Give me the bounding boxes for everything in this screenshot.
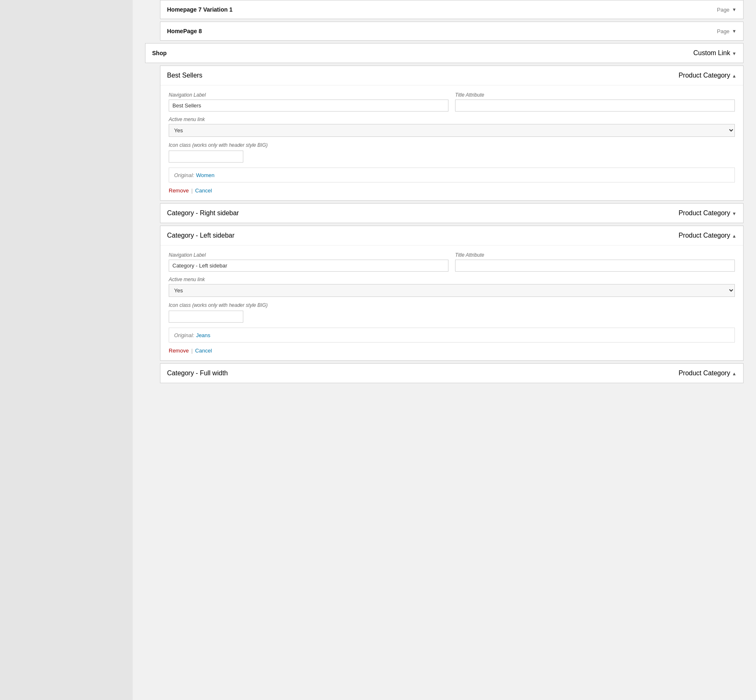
category-left-body: Navigation Label Title Attribute Active … [160, 245, 743, 360]
menu-item-category-right[interactable]: Category - Right sidebar Product Categor… [160, 203, 744, 223]
best-sellers-nav-label-group: Navigation Label [169, 92, 448, 112]
category-left-original-row: Original: Jeans [169, 328, 735, 343]
category-left-form-row1: Navigation Label Title Attribute [169, 252, 735, 272]
best-sellers-nav-label-input[interactable] [169, 100, 448, 112]
menu-item-shop[interactable]: Shop Custom Link ▼ [145, 43, 744, 63]
category-left-chevron[interactable]: ▲ [732, 233, 737, 238]
shop-title: Shop [152, 50, 167, 56]
category-left-title: Category - Left sidebar [167, 232, 235, 239]
category-left-separator: | [191, 348, 192, 354]
category-left-action-links: Remove | Cancel [169, 348, 735, 354]
best-sellers-active-menu-group: Active menu link Yes No [169, 117, 735, 137]
homepage8-chevron[interactable]: ▼ [732, 29, 737, 34]
category-left-icon-class-label: Icon class (works only with header style… [169, 302, 735, 309]
category-left-icon-class-input[interactable] [169, 311, 243, 323]
best-sellers-body: Navigation Label Title Attribute Active … [160, 85, 743, 200]
best-sellers-active-menu-select[interactable]: Yes No [169, 124, 735, 137]
menu-item-best-sellers: Best Sellers Product Category ▲ Navigati… [160, 66, 744, 201]
shop-chevron[interactable]: ▼ [732, 51, 737, 56]
category-right-type: Product Category ▼ [678, 209, 737, 217]
homepage7-type: Page ▼ [717, 7, 737, 13]
best-sellers-action-links: Remove | Cancel [169, 187, 735, 194]
category-left-nav-label-group: Navigation Label [169, 252, 448, 272]
best-sellers-header[interactable]: Best Sellers Product Category ▲ [160, 66, 743, 85]
best-sellers-chevron[interactable]: ▲ [732, 73, 737, 78]
category-left-title-attr-group: Title Attribute [455, 252, 735, 272]
best-sellers-type: Product Category ▲ [678, 72, 737, 79]
best-sellers-original-row: Original: Women [169, 168, 735, 182]
best-sellers-title-attr-label: Title Attribute [455, 92, 735, 98]
category-full-width-title: Category - Full width [167, 369, 228, 377]
best-sellers-cancel-link[interactable]: Cancel [195, 187, 212, 194]
homepage8-type: Page ▼ [717, 28, 737, 34]
main-content: Homepage 7 Variation 1 Page ▼ HomePage 8… [133, 0, 756, 700]
category-full-width-chevron[interactable]: ▲ [732, 371, 737, 376]
homepage7-title: Homepage 7 Variation 1 [167, 6, 233, 13]
best-sellers-icon-class-input[interactable] [169, 151, 243, 163]
best-sellers-original-label: Original: [174, 172, 194, 178]
category-left-remove-link[interactable]: Remove [169, 348, 189, 354]
category-left-title-attr-label: Title Attribute [455, 252, 735, 258]
menu-item-homepage8[interactable]: HomePage 8 Page ▼ [160, 22, 744, 41]
best-sellers-active-menu-label: Active menu link [169, 117, 735, 122]
homepage8-title: HomePage 8 [167, 28, 202, 34]
category-left-header[interactable]: Category - Left sidebar Product Category… [160, 226, 743, 245]
category-left-nav-label-input[interactable] [169, 260, 448, 272]
category-left-title-attr-input[interactable] [455, 260, 735, 272]
best-sellers-nav-label-label: Navigation Label [169, 92, 448, 98]
menu-item-category-left: Category - Left sidebar Product Category… [160, 226, 744, 361]
category-left-active-menu-group: Active menu link Yes No [169, 277, 735, 297]
category-left-original-link[interactable]: Jeans [196, 332, 211, 338]
category-right-title: Category - Right sidebar [167, 209, 239, 217]
best-sellers-separator: | [191, 187, 192, 194]
category-left-cancel-link[interactable]: Cancel [195, 348, 212, 354]
best-sellers-title-attr-group: Title Attribute [455, 92, 735, 112]
best-sellers-icon-class-label: Icon class (works only with header style… [169, 142, 735, 149]
best-sellers-title-attr-input[interactable] [455, 100, 735, 112]
category-left-active-menu-label: Active menu link [169, 277, 735, 282]
shop-type: Custom Link ▼ [693, 49, 737, 57]
left-sidebar [0, 0, 133, 700]
category-full-width-type: Product Category ▲ [678, 369, 737, 377]
category-left-nav-label-label: Navigation Label [169, 252, 448, 258]
category-left-active-menu-select[interactable]: Yes No [169, 284, 735, 297]
best-sellers-icon-class-group: Icon class (works only with header style… [169, 142, 735, 163]
category-right-chevron[interactable]: ▼ [732, 211, 737, 216]
menu-item-homepage7[interactable]: Homepage 7 Variation 1 Page ▼ [160, 0, 744, 19]
category-left-icon-class-group: Icon class (works only with header style… [169, 302, 735, 323]
best-sellers-title: Best Sellers [167, 72, 202, 79]
best-sellers-form-row1: Navigation Label Title Attribute [169, 92, 735, 112]
menu-item-category-full-width[interactable]: Category - Full width Product Category ▲ [160, 363, 744, 383]
category-left-original-label: Original: [174, 332, 194, 338]
category-left-type: Product Category ▲ [678, 232, 737, 239]
best-sellers-remove-link[interactable]: Remove [169, 187, 189, 194]
best-sellers-original-link[interactable]: Women [196, 172, 215, 178]
homepage7-chevron[interactable]: ▼ [732, 7, 737, 12]
